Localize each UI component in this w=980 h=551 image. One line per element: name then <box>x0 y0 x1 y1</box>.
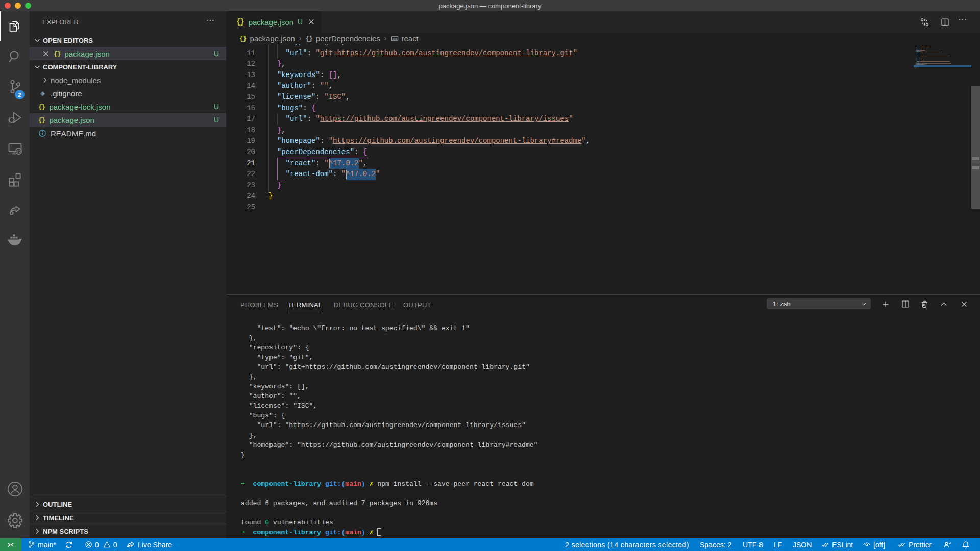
svg-text:abc: abc <box>392 36 397 40</box>
